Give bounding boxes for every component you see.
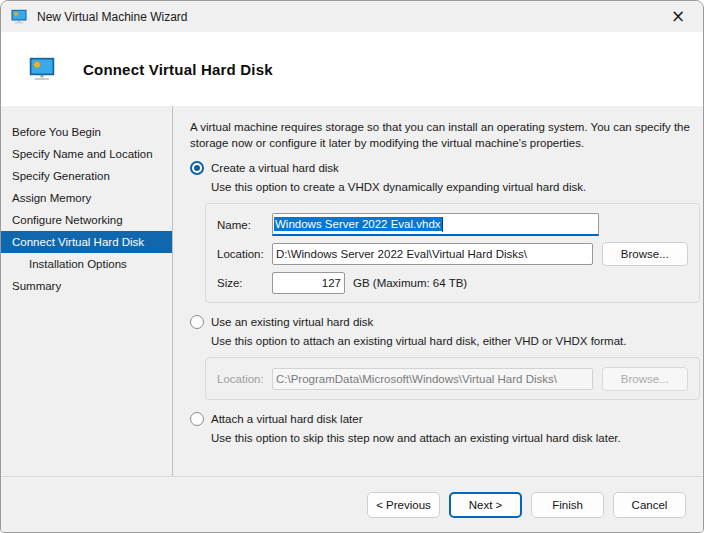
wizard-steps-sidebar: Before You Begin Specify Name and Locati… [1, 106, 173, 476]
next-button[interactable]: Next > [449, 492, 522, 518]
name-field-row: Name: Windows Server 2022 Eval.vhdx [217, 213, 688, 236]
sidebar-item-configure-networking: Configure Networking [1, 209, 172, 231]
radio-use-existing-virtual-hard-disk[interactable] [190, 315, 204, 329]
existing-location-input [272, 368, 593, 390]
close-icon[interactable]: × [659, 4, 697, 30]
titlebar: New Virtual Machine Wizard × [1, 1, 703, 32]
window-title: New Virtual Machine Wizard [37, 10, 188, 24]
size-field-row: Size: GB (Maximum: 64 TB) [217, 272, 688, 294]
size-maximum-hint: GB (Maximum: 64 TB) [353, 277, 467, 289]
wizard-footer: < Previous Next > Finish Cancel [1, 476, 703, 532]
text-caret [442, 217, 443, 232]
wizard-header: Connect Virtual Hard Disk [1, 32, 703, 106]
option-label: Attach a virtual hard disk later [211, 413, 363, 425]
browse-button[interactable]: Browse... [602, 242, 689, 266]
option-description: Use this option to create a VHDX dynamic… [211, 180, 699, 195]
existing-disk-fields-group: Location: Browse... [205, 357, 700, 400]
intro-text: A virtual machine requires storage so th… [190, 119, 698, 151]
sidebar-item-connect-virtual-hard-disk: Connect Virtual Hard Disk [1, 231, 172, 253]
radio-create-virtual-hard-disk[interactable] [190, 161, 204, 175]
finish-button[interactable]: Finish [531, 492, 604, 518]
existing-location-field-row: Location: Browse... [217, 367, 688, 391]
existing-location-label: Location: [217, 373, 272, 385]
virtual-machine-monitor-icon [29, 57, 55, 82]
new-virtual-machine-wizard-dialog: New Virtual Machine Wizard × Connect Vir… [0, 0, 704, 533]
option-label: Create a virtual hard disk [211, 162, 339, 174]
size-label: Size: [217, 277, 272, 289]
location-label: Location: [217, 248, 272, 260]
option-description: Use this option to attach an existing vi… [211, 334, 699, 349]
sidebar-item-specify-name-and-location: Specify Name and Location [1, 143, 172, 165]
sidebar-item-before-you-begin: Before You Begin [1, 121, 172, 143]
name-label: Name: [217, 219, 272, 231]
location-input[interactable] [272, 243, 593, 265]
existing-browse-button: Browse... [602, 367, 689, 391]
option-use-existing-virtual-hard-disk: Use an existing virtual hard disk [190, 315, 699, 329]
sidebar-item-specify-generation: Specify Generation [1, 165, 172, 187]
name-input[interactable]: Windows Server 2022 Eval.vhdx [272, 213, 599, 236]
location-field-row: Location: Browse... [217, 242, 688, 266]
wizard-body: Before You Begin Specify Name and Locati… [1, 106, 703, 476]
previous-button[interactable]: < Previous [367, 492, 440, 518]
option-attach-virtual-hard-disk-later: Attach a virtual hard disk later [190, 412, 699, 426]
option-create-virtual-hard-disk: Create a virtual hard disk [190, 161, 699, 175]
sidebar-item-summary: Summary [1, 275, 172, 297]
wizard-content: A virtual machine requires storage so th… [173, 106, 703, 476]
sidebar-item-assign-memory: Assign Memory [1, 187, 172, 209]
page-title: Connect Virtual Hard Disk [83, 61, 273, 78]
radio-attach-virtual-hard-disk-later[interactable] [190, 412, 204, 426]
option-description: Use this option to skip this step now an… [211, 431, 699, 446]
cancel-button[interactable]: Cancel [613, 492, 686, 518]
option-label: Use an existing virtual hard disk [211, 316, 373, 328]
create-disk-fields-group: Name: Windows Server 2022 Eval.vhdx Loca… [205, 203, 700, 303]
size-input[interactable] [272, 272, 345, 294]
sidebar-item-installation-options: Installation Options [1, 253, 172, 275]
name-input-selected-text: Windows Server 2022 Eval.vhdx [274, 217, 442, 231]
virtual-machine-monitor-icon [11, 9, 27, 25]
